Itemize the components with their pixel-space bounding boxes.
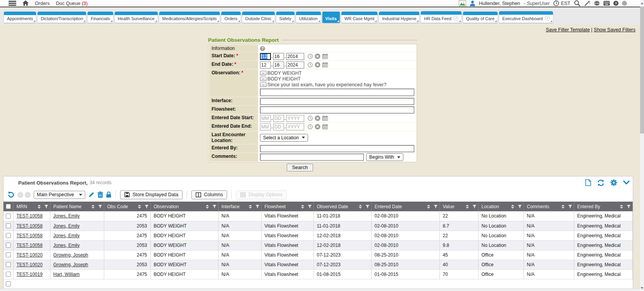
end-date-month-input[interactable]: 12 — [260, 62, 271, 68]
horizontal-scrollbar[interactable] — [0, 288, 640, 291]
module-tab[interactable]: Utilization — [296, 12, 321, 23]
mrn-link[interactable]: TEST-10058 — [17, 243, 43, 248]
filter-icon[interactable] — [627, 205, 631, 209]
column-header[interactable]: Observed Date — [313, 202, 371, 211]
scrollbar-thumb[interactable] — [640, 7, 644, 134]
column-header[interactable]: Patient Name — [50, 202, 104, 211]
entered-by-input[interactable] — [260, 145, 414, 152]
globe-icon[interactable] — [594, 0, 600, 6]
sort-icon[interactable] — [561, 205, 565, 209]
entered-date-start-month-input[interactable]: MM — [260, 115, 271, 122]
column-header[interactable]: Observation — [150, 202, 218, 211]
calendar-icon[interactable] — [322, 53, 328, 59]
reset-perspective-icon[interactable] — [7, 191, 14, 198]
column-header[interactable]: Obs Code — [104, 202, 150, 211]
entered-date-start-day-input[interactable]: DD — [273, 115, 284, 122]
row-checkbox[interactable] — [6, 233, 11, 238]
comments-input[interactable] — [260, 154, 364, 161]
lock-perspective-icon[interactable] — [106, 192, 111, 198]
module-tab[interactable]: Appointments — [4, 12, 36, 23]
user-icon[interactable] — [470, 0, 475, 6]
store-displayed-data-button[interactable]: Store Displayed Data — [120, 190, 183, 199]
column-header[interactable]: Comments — [523, 202, 574, 211]
column-header[interactable]: Flowsheet — [261, 202, 313, 211]
filter-icon[interactable] — [434, 205, 438, 209]
columns-button[interactable]: Columns — [191, 190, 227, 199]
patient-name-link[interactable]: Jones, Emily — [53, 243, 80, 248]
patient-name-link[interactable]: Growing, Joseph — [53, 252, 88, 258]
sort-icon[interactable] — [427, 205, 430, 209]
edit-perspective-icon[interactable] — [88, 192, 95, 198]
module-tab[interactable]: Health Surveillance — [115, 12, 158, 23]
next-perspective-icon[interactable]: › — [25, 192, 31, 198]
entered-date-start-year-input[interactable]: YYYY — [286, 115, 304, 122]
row-checkbox[interactable] — [6, 243, 11, 248]
column-header[interactable]: Location — [478, 202, 523, 211]
start-date-day-input[interactable]: 16 — [273, 53, 284, 60]
module-tab[interactable]: Industrial Hygiene — [379, 12, 419, 23]
flowsheet-input[interactable] — [260, 106, 414, 113]
mrn-link[interactable]: TEST-10020 — [17, 252, 43, 258]
remove-observation-button[interactable]: − — [260, 71, 267, 75]
sort-icon[interactable] — [466, 205, 469, 209]
sort-icon[interactable] — [91, 205, 95, 209]
entered-date-end-day-input[interactable]: DD — [273, 123, 284, 130]
sort-icon[interactable] — [38, 205, 41, 209]
search-button[interactable]: Search — [287, 164, 313, 171]
start-date-month-input[interactable]: 12 — [260, 53, 271, 60]
patient-name-link[interactable]: Jones, Emily — [53, 213, 80, 219]
column-header[interactable]: Entered By — [574, 202, 633, 211]
observation-input[interactable] — [260, 89, 414, 96]
mrn-link[interactable]: TEST-10020 — [17, 262, 43, 267]
mrn-link[interactable]: TEST-10019 — [17, 272, 43, 277]
delete-perspective-icon[interactable] — [98, 192, 103, 198]
row-checkbox[interactable] — [6, 252, 11, 257]
remove-observation-button[interactable]: − — [260, 77, 267, 81]
filter-icon[interactable] — [472, 205, 477, 209]
filter-icon[interactable] — [255, 205, 260, 209]
sort-icon[interactable] — [620, 205, 623, 209]
topbar-doc-queue[interactable]: Doc Queue (3) — [56, 1, 88, 6]
topbar-orders[interactable]: Orders — [35, 1, 50, 6]
filter-icon[interactable] — [308, 205, 312, 209]
select-all-checkbox[interactable] — [6, 204, 11, 209]
clear-date-icon[interactable] — [315, 115, 320, 121]
patient-name-link[interactable]: Jones, Emily — [53, 223, 80, 229]
row-checkbox[interactable] — [6, 281, 11, 286]
column-header[interactable]: MRN — [13, 202, 50, 211]
help-icon[interactable]: ? — [613, 1, 618, 6]
mrn-link[interactable]: TEST-10058 — [17, 223, 43, 229]
patient-name-link[interactable]: Growing, Joseph — [53, 262, 88, 267]
remove-observation-button[interactable]: − — [260, 82, 267, 87]
entered-date-end-month-input[interactable]: MM — [260, 123, 271, 130]
new-document-icon[interactable] — [585, 179, 591, 186]
module-tab[interactable]: Quality of Care — [463, 12, 498, 23]
sort-icon[interactable] — [359, 205, 362, 209]
user-name[interactable]: Hullender, Stephen — [479, 1, 520, 6]
info-help-icon[interactable]: ? — [260, 46, 265, 51]
filter-icon[interactable] — [98, 205, 102, 209]
module-tab[interactable]: Visits — [322, 12, 340, 23]
filter-icon[interactable] — [145, 205, 149, 209]
filter-icon[interactable] — [365, 205, 370, 209]
time-icon[interactable] — [307, 115, 313, 121]
perspective-select[interactable]: Main Perspective — [34, 191, 85, 199]
patient-name-link[interactable]: Hart, William — [53, 272, 80, 277]
calendar-icon[interactable] — [322, 62, 328, 68]
column-header[interactable]: Entered Date — [371, 202, 439, 211]
row-checkbox[interactable] — [6, 214, 11, 219]
keyboard-icon[interactable] — [603, 1, 610, 6]
calendar-icon[interactable] — [322, 115, 328, 121]
mrn-link[interactable]: TEST-10058 — [17, 233, 43, 238]
patient-name-link[interactable]: Jones, Emily — [53, 233, 80, 238]
filter-icon[interactable] — [518, 205, 522, 209]
row-checkbox[interactable] — [6, 262, 11, 267]
wand-icon[interactable] — [584, 0, 591, 7]
column-header[interactable]: Value — [439, 202, 478, 211]
clock-icon[interactable] — [553, 0, 559, 6]
module-tab[interactable]: Medications/Allergies/Scripts — [159, 12, 220, 23]
mrn-link[interactable]: TEST-10058 — [17, 213, 43, 219]
vertical-scrollbar[interactable] — [640, 0, 644, 291]
module-tab[interactable]: Financials — [88, 12, 113, 23]
clear-date-icon[interactable] — [315, 124, 320, 130]
